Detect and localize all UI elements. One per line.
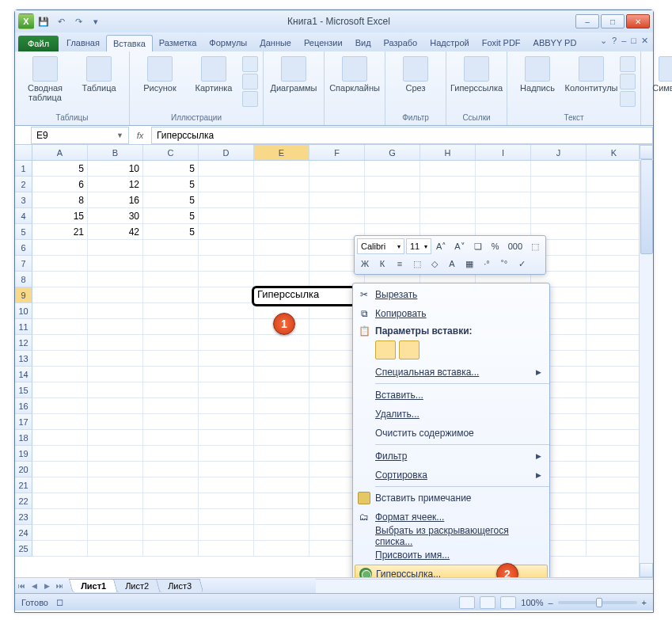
cell-C7[interactable] (143, 256, 199, 272)
mini-btn-r1-3[interactable]: % (488, 238, 503, 254)
row-header-8[interactable]: 8 (15, 272, 32, 287)
cell-B13[interactable] (88, 351, 143, 367)
ribbon-btn-0-1[interactable]: Таблица (74, 56, 124, 93)
cell-B25[interactable] (88, 541, 143, 557)
ribbon-tab-1[interactable]: Вставка (106, 35, 153, 51)
cell-E24[interactable] (254, 525, 309, 541)
cell-F2[interactable] (309, 177, 365, 192)
cell-I2[interactable] (476, 177, 531, 192)
cell-B19[interactable] (88, 446, 143, 462)
cell-D25[interactable] (199, 541, 254, 557)
cell-A1[interactable]: 5 (32, 161, 88, 177)
cell-D10[interactable] (199, 303, 254, 319)
horizontal-scrollbar[interactable] (316, 579, 653, 593)
cell-E15[interactable] (254, 382, 309, 398)
cell-A15[interactable] (32, 382, 88, 398)
cell-K5[interactable] (587, 224, 642, 240)
sheet-tab-0[interactable]: Лист1 (69, 579, 119, 592)
cell-C9[interactable] (143, 287, 199, 303)
row-header-6[interactable]: 6 (15, 240, 32, 256)
zoom-in-button[interactable]: + (642, 598, 647, 607)
cell-E7[interactable] (254, 256, 309, 272)
cell-A17[interactable] (32, 414, 88, 430)
col-header-A[interactable]: A (32, 145, 88, 160)
window-maximize-button[interactable]: □ (601, 14, 625, 29)
fx-button[interactable]: fx (132, 127, 148, 143)
sheet-nav-prev[interactable]: ◀ (28, 580, 40, 592)
ctx-pick-from-list[interactable]: Выбрать из раскрывающегося списка... (353, 527, 549, 546)
row-header-15[interactable]: 15 (15, 382, 32, 398)
cell-K23[interactable] (587, 509, 642, 525)
cell-C11[interactable] (143, 319, 199, 335)
cell-C5[interactable]: 5 (143, 224, 199, 240)
cell-H4[interactable] (420, 208, 476, 224)
cell-B4[interactable]: 30 (88, 208, 143, 224)
row-header-13[interactable]: 13 (15, 351, 32, 367)
cell-A9[interactable] (32, 287, 88, 303)
cell-D11[interactable] (199, 319, 254, 335)
ctx-insert[interactable]: Вставить... (353, 386, 549, 405)
ribbon-tab-8[interactable]: Надстрой (423, 35, 475, 51)
cell-B7[interactable] (88, 256, 143, 272)
cell-A20[interactable] (32, 462, 88, 477)
row-header-18[interactable]: 18 (15, 430, 32, 446)
row-header-3[interactable]: 3 (15, 192, 32, 208)
cell-D4[interactable] (199, 208, 254, 224)
mini-btn-r2-2[interactable]: ≡ (392, 256, 408, 272)
cell-A22[interactable] (32, 493, 88, 509)
cell-C8[interactable] (143, 272, 199, 287)
formula-bar[interactable]: Гиперссылка (151, 127, 653, 144)
cell-E25[interactable] (254, 541, 309, 557)
cell-K12[interactable] (587, 335, 642, 351)
cell-I4[interactable] (476, 208, 531, 224)
cell-H2[interactable] (420, 177, 476, 192)
cell-E19[interactable] (254, 446, 309, 462)
mini-btn-r2-9[interactable]: ✓ (514, 256, 530, 272)
scroll-down-button[interactable] (640, 563, 653, 577)
mdi-close-icon[interactable]: ✕ (641, 36, 648, 46)
row-header-11[interactable]: 11 (15, 319, 32, 335)
cell-B3[interactable]: 16 (88, 192, 143, 208)
cell-D14[interactable] (199, 367, 254, 382)
ribbon-small-icon[interactable] (620, 56, 636, 72)
cell-E22[interactable] (254, 493, 309, 509)
excel-app-icon[interactable]: X (18, 13, 34, 29)
cell-K19[interactable] (587, 446, 642, 462)
cell-J1[interactable] (531, 161, 587, 177)
cell-E1[interactable] (254, 161, 309, 177)
row-header-2[interactable]: 2 (15, 177, 32, 192)
row-header-16[interactable]: 16 (15, 398, 32, 414)
ctx-hyperlink[interactable]: Гиперссылка... (355, 565, 548, 577)
cell-E8[interactable] (254, 272, 309, 287)
mini-btn-r1-2[interactable]: ❏ (470, 238, 486, 254)
cell-K21[interactable] (587, 477, 642, 493)
cell-B10[interactable] (88, 303, 143, 319)
mini-btn-r1-1[interactable]: A˅ (451, 238, 468, 254)
vertical-scrollbar[interactable] (639, 145, 653, 577)
cell-D23[interactable] (199, 509, 254, 525)
cell-E5[interactable] (254, 224, 309, 240)
cell-B15[interactable] (88, 382, 143, 398)
cell-K18[interactable] (587, 430, 642, 446)
cell-E12[interactable] (254, 335, 309, 351)
mini-btn-r1-5[interactable]: ⬚ (527, 238, 543, 254)
cell-K8[interactable] (587, 272, 642, 287)
ribbon-btn-3-0[interactable]: Спарклайны (329, 56, 380, 93)
sheet-tab-1[interactable]: Лист2 (113, 579, 161, 592)
cell-E16[interactable] (254, 398, 309, 414)
mini-btn-r1-0[interactable]: A˄ (433, 238, 450, 254)
grid[interactable]: ABCDEFGHIJK 1510526125381654153055214256… (15, 145, 653, 577)
ribbon-tab-2[interactable]: Разметка (153, 35, 203, 51)
cell-D5[interactable] (199, 224, 254, 240)
cell-E2[interactable] (254, 177, 309, 192)
mini-btn-r2-0[interactable]: Ж (357, 256, 373, 272)
sheet-nav-first[interactable]: ⏮ (15, 580, 28, 592)
sheet-nav-last[interactable]: ⏭ (53, 580, 66, 592)
cell-E4[interactable] (254, 208, 309, 224)
cell-A10[interactable] (32, 303, 88, 319)
cell-D17[interactable] (199, 414, 254, 430)
mini-btn-r1-4[interactable]: 000 (505, 238, 526, 254)
cell-K14[interactable] (587, 367, 642, 382)
cell-C2[interactable]: 5 (143, 177, 199, 192)
row-header-23[interactable]: 23 (15, 509, 32, 525)
